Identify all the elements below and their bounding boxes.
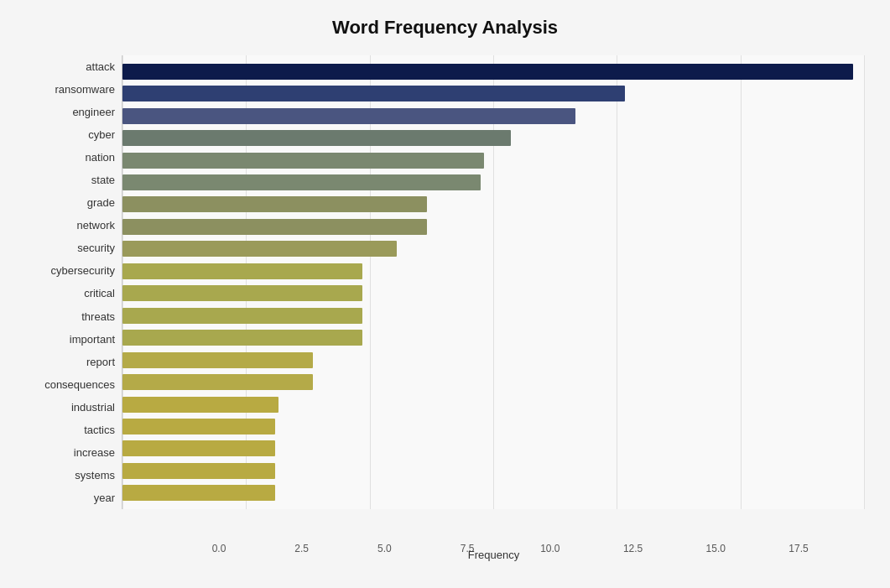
bar (122, 108, 575, 124)
bar (122, 196, 427, 212)
bar-row (122, 393, 865, 415)
x-tick: 0.0 (212, 543, 226, 554)
bar (122, 419, 275, 434)
bar (122, 241, 397, 257)
y-label: cyber (25, 129, 115, 140)
bar (122, 219, 427, 235)
bar (122, 308, 362, 324)
bar-row (122, 482, 865, 504)
bar (122, 463, 275, 479)
y-label: state (25, 174, 115, 185)
bar (122, 397, 278, 413)
bar-row (122, 438, 865, 460)
x-axis-label: Frequency (468, 549, 519, 561)
bar-row (122, 326, 865, 348)
y-label: year (25, 492, 115, 503)
y-label: systems (25, 470, 115, 481)
y-label: threats (25, 311, 115, 322)
y-label: tactics (25, 424, 115, 435)
bar-row (122, 304, 865, 326)
bar (122, 263, 362, 279)
y-label: nation (25, 152, 115, 163)
y-label: ransomware (25, 84, 115, 95)
bars-and-grid: 0.02.55.07.510.012.515.017.5 Frequency (122, 55, 865, 509)
bar (122, 285, 362, 301)
x-tick: 12.5 (623, 543, 643, 554)
bar-row (122, 127, 865, 148)
y-label: critical (25, 288, 115, 299)
y-label: attack (25, 61, 115, 72)
bar-row (122, 238, 865, 260)
bar-row (122, 216, 865, 237)
bar (122, 64, 853, 80)
y-label: network (25, 220, 115, 231)
y-label: engineer (25, 107, 115, 117)
bar-row (122, 171, 865, 193)
x-tick: 17.5 (789, 543, 808, 554)
y-label: industrial (25, 402, 115, 413)
bar-row (122, 260, 865, 282)
chart-container: Word Frequency Analysis attackransomware… (0, 0, 890, 588)
bar-row (122, 105, 865, 127)
y-label: consequences (25, 379, 115, 390)
bar-row (122, 149, 865, 171)
y-label: cybersecurity (25, 265, 115, 276)
y-axis: attackransomwareengineercybernationstate… (25, 55, 122, 509)
x-tick: 10.0 (540, 543, 560, 554)
bar (122, 86, 625, 101)
y-label: increase (25, 447, 115, 458)
bar-row (122, 60, 865, 82)
y-label: important (25, 334, 115, 345)
bar (122, 352, 313, 368)
bar (122, 330, 362, 346)
bar (122, 485, 275, 501)
x-tick: 5.0 (377, 543, 392, 554)
x-tick: 15.0 (706, 543, 726, 554)
bar (122, 440, 275, 456)
bar-row (122, 194, 865, 216)
y-label: security (25, 242, 115, 253)
y-label: grade (25, 197, 115, 208)
y-label: report (25, 356, 115, 367)
bar (122, 374, 313, 390)
bar-row (122, 283, 865, 304)
x-tick: 2.5 (294, 543, 309, 554)
bar (122, 174, 481, 190)
chart-area: attackransomwareengineercybernationstate… (25, 55, 865, 509)
bar-row (122, 82, 865, 104)
bar (122, 130, 511, 146)
bar-row (122, 349, 865, 371)
bars-wrapper (122, 55, 865, 509)
bar-row (122, 371, 865, 393)
bar-row (122, 415, 865, 437)
bar-row (122, 460, 865, 481)
bar (122, 153, 484, 169)
chart-title: Word Frequency Analysis (25, 17, 865, 39)
